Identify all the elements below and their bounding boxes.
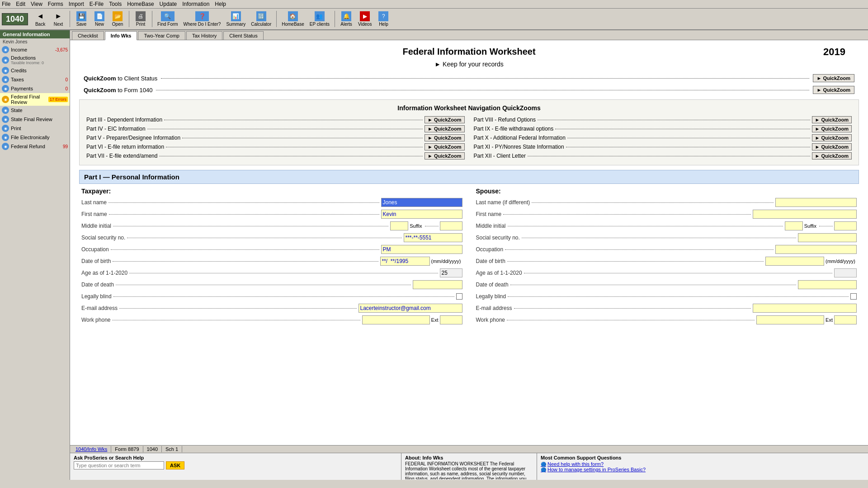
- ask-button[interactable]: ASK: [166, 461, 184, 469]
- nav-part11-btn[interactable]: ► QuickZoom: [812, 143, 852, 150]
- menu-file[interactable]: File: [2, 1, 10, 7]
- nav-part12-btn[interactable]: ► QuickZoom: [812, 152, 852, 160]
- menu-view[interactable]: View: [31, 1, 42, 7]
- spouse-email-input[interactable]: [753, 304, 857, 313]
- sidebar-item-payments[interactable]: ◉ Payments 0: [0, 84, 70, 93]
- spouse-last-name-input[interactable]: [775, 198, 857, 207]
- back-button[interactable]: ◄ Back: [32, 10, 49, 28]
- quickzoom-client-status-btn[interactable]: ► QuickZoom: [813, 74, 854, 82]
- next-button[interactable]: ► Next: [50, 10, 67, 28]
- tab-info-wks[interactable]: Info Wks: [105, 31, 137, 40]
- menu-efile[interactable]: E-File: [90, 1, 104, 7]
- taxpayer-phone-row: Work phone Ext: [81, 315, 462, 325]
- spouse-ssn-input[interactable]: [798, 233, 857, 242]
- help-toolbar-button[interactable]: ? Help: [375, 10, 392, 28]
- find-form-button[interactable]: 🔍 Find Form: [155, 10, 180, 28]
- nav-part7-btn[interactable]: ► QuickZoom: [425, 152, 464, 160]
- tab-tax-history[interactable]: Tax History: [186, 31, 222, 40]
- form-content: Federal Information Worksheet 2019 ► Kee…: [70, 40, 868, 445]
- spouse-blind-checkbox[interactable]: [850, 293, 857, 300]
- spouse-first-name-input[interactable]: [753, 210, 857, 219]
- taxpayer-dob-label: Date of birth: [81, 258, 111, 264]
- spouse-dob-input[interactable]: [765, 257, 824, 266]
- nav-part10-btn[interactable]: ► QuickZoom: [812, 134, 852, 141]
- taxpayer-suffix-input[interactable]: [440, 221, 462, 230]
- menu-edit[interactable]: Edit: [16, 1, 25, 7]
- nav-part3-btn[interactable]: ► QuickZoom: [425, 116, 464, 123]
- sidebar-item-income[interactable]: ◉ Income -3,675: [0, 45, 70, 54]
- bottom-middle-title: About: Info Wks: [405, 455, 533, 460]
- menu-update[interactable]: Update: [160, 1, 177, 7]
- homebase-button[interactable]: 🏠 HomeBase: [279, 10, 306, 28]
- ep-clients-button[interactable]: 👥 EP clients: [307, 10, 332, 28]
- tab-client-status[interactable]: Client Status: [223, 31, 263, 40]
- spouse-middle-input[interactable]: [785, 221, 803, 230]
- save-button[interactable]: 💾 Save: [73, 10, 90, 28]
- calculator-button[interactable]: 🔢 Calculator: [249, 10, 274, 28]
- sidebar-item-state-final[interactable]: ◉ State Final Review: [0, 115, 70, 124]
- sidebar-item-deductions[interactable]: ◉ Deductions Taxable Income: 0: [0, 54, 70, 66]
- nav-part8-label: Part VIII - Refund Options: [474, 117, 536, 123]
- taxpayer-middle-input[interactable]: [390, 221, 408, 230]
- nav-part9-btn[interactable]: ► QuickZoom: [812, 125, 852, 132]
- sidebar-subheader: Kevin Jones: [0, 38, 70, 45]
- spouse-dod-dots: [510, 285, 796, 285]
- spouse-first-name-dots: [503, 214, 751, 215]
- quickzoom-1040-btn[interactable]: ► QuickZoom: [813, 86, 854, 94]
- status-sch1[interactable]: Sch 1: [162, 446, 182, 452]
- nav-part5-btn[interactable]: ► QuickZoom: [425, 134, 464, 141]
- bottom-search-input[interactable]: [74, 461, 164, 469]
- taxpayer-blind-checkbox[interactable]: [456, 293, 462, 300]
- help-link-2[interactable]: 🔵 How to manage settings in ProSeries Ba…: [541, 467, 864, 472]
- spouse-ext-input[interactable]: [834, 315, 857, 324]
- sidebar-item-taxes[interactable]: ◉ Taxes 0: [0, 75, 70, 84]
- nav-grid: Part III - Dependent Information ► Quick…: [86, 115, 852, 160]
- menu-forms[interactable]: Forms: [48, 1, 63, 7]
- taxpayer-first-name-input[interactable]: [381, 210, 462, 219]
- print-button[interactable]: 🖨 Print: [132, 10, 149, 28]
- nav-part6-btn[interactable]: ► QuickZoom: [425, 143, 464, 150]
- taxpayer-ssn-dots: [127, 238, 401, 238]
- taxpayer-occupation-input[interactable]: [381, 245, 462, 254]
- taxpayer-dob-input[interactable]: [380, 257, 430, 266]
- menu-import[interactable]: Import: [69, 1, 84, 7]
- spouse-dod-input[interactable]: [798, 280, 857, 289]
- sidebar-item-file-electronically[interactable]: ◉ File Electronically: [0, 133, 70, 142]
- spouse-occupation-input[interactable]: [775, 245, 857, 254]
- spouse-suffix-input[interactable]: [834, 221, 857, 230]
- bottom-right: Most Common Support Questions 🔵 Need hel…: [537, 453, 868, 480]
- taxpayer-last-name-input[interactable]: [381, 198, 462, 207]
- new-button[interactable]: 📄 New: [91, 10, 108, 28]
- status-1040[interactable]: 1040: [143, 446, 162, 452]
- taxpayer-dod-input[interactable]: [413, 280, 462, 289]
- nav-part8-btn[interactable]: ► QuickZoom: [812, 116, 852, 123]
- sidebar-item-print[interactable]: ◉ Print: [0, 124, 70, 133]
- sidebar-item-credits[interactable]: ◉ Credits: [0, 66, 70, 75]
- sidebar-item-federal-final[interactable]: ◉ Federal Final Review 17 Errors: [0, 93, 70, 106]
- help-link-1[interactable]: 🔵 Need help with this form?: [541, 461, 864, 467]
- spouse-middle-dots: [508, 226, 783, 226]
- summary-button[interactable]: 📊 Summary: [224, 10, 248, 28]
- alerts-button[interactable]: 🔔 Alerts: [338, 10, 355, 28]
- tab-checklist[interactable]: Checklist: [72, 31, 104, 40]
- taxpayer-email-input[interactable]: [359, 304, 462, 313]
- nav-part4-btn[interactable]: ► QuickZoom: [425, 125, 464, 132]
- taxpayer-ssn-input[interactable]: [404, 233, 462, 242]
- where-button[interactable]: ❓ Where Do I Enter?: [181, 10, 223, 28]
- videos-button[interactable]: ▶ Videos: [356, 10, 374, 28]
- menu-information[interactable]: Information: [182, 1, 209, 7]
- taxpayer-phone-input[interactable]: [362, 315, 430, 324]
- spouse-blind-row: Legally blind: [476, 291, 857, 301]
- menu-help[interactable]: Help: [215, 1, 226, 7]
- sidebar-item-federal-refund[interactable]: ◉ Federal Refund 99: [0, 142, 70, 151]
- taxpayer-ext-input[interactable]: [440, 315, 462, 324]
- spouse-phone-row: Work phone Ext: [476, 315, 857, 325]
- tab-two-year-comp[interactable]: Two-Year Comp: [138, 31, 185, 40]
- menu-tools[interactable]: Tools: [109, 1, 122, 7]
- status-info-wks[interactable]: 1040/Info Wks: [72, 446, 111, 452]
- sidebar-item-state[interactable]: ◉ State: [0, 106, 70, 115]
- spouse-phone-input[interactable]: [756, 315, 824, 324]
- status-form-8879[interactable]: Form 8879: [111, 446, 143, 452]
- open-button[interactable]: 📂 Open: [109, 10, 126, 28]
- menu-homebase[interactable]: HomeBase: [127, 1, 154, 7]
